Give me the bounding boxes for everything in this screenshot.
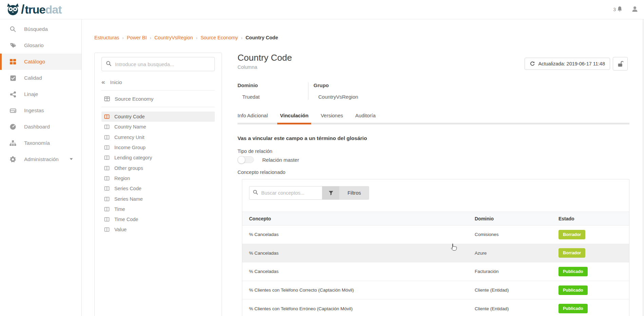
tree-item-label: Lending category (114, 155, 152, 160)
grid-icon (9, 58, 17, 65)
column-icon (104, 217, 110, 222)
column-icon (104, 155, 110, 160)
updated-button[interactable]: Actualizada: 2019-06-17 11:48 (525, 58, 610, 70)
column-icon (104, 186, 110, 191)
search-icon (9, 25, 17, 33)
tree-item-label: Time (114, 206, 125, 212)
tab-auditoria[interactable]: Auditoría (355, 113, 376, 123)
sidebar-item-calidad[interactable]: Calidad (0, 70, 81, 86)
cell-dominio: Comisiones (475, 232, 558, 237)
breadcrumb-link-estructuras[interactable]: Estructuras (94, 35, 119, 40)
breadcrumb-separator: › (196, 35, 197, 40)
concept-search-bar: Filtros (249, 186, 629, 200)
dominio-value: Truedat (238, 94, 308, 100)
top-header: /truedat 3 (0, 0, 644, 19)
cell-estado: Publicado (558, 285, 629, 295)
updated-button-label: Actualizada: 2019-06-17 11:48 (538, 61, 605, 66)
sidebar-item-linaje[interactable]: Linaje (0, 86, 81, 102)
concept-search-input[interactable] (261, 190, 319, 196)
tags-icon (9, 42, 17, 49)
concept-search-box[interactable] (249, 186, 322, 200)
tree-item-time[interactable]: Time (101, 204, 215, 214)
relation-master-toggle[interactable] (238, 156, 254, 163)
search-icon (106, 61, 112, 68)
sidebar-item-label: Administración (24, 156, 59, 162)
tree-item-value[interactable]: Value (101, 224, 215, 235)
tree-item-country-code[interactable]: Country Code (101, 112, 215, 122)
tree-item-other-groups[interactable]: Other groups (101, 163, 215, 173)
tree-item-income-group[interactable]: Income Group (101, 142, 215, 153)
cell-dominio: Cliente (Entidad) (475, 288, 558, 293)
breadcrumb: Estructuras › Power BI › CountryVsRegion… (94, 35, 278, 40)
table-row[interactable]: % Canceladas Comisiones Borrador (242, 225, 629, 244)
tree-item-currency-unit[interactable]: Currency Unit (101, 132, 215, 142)
tree-search-input[interactable] (115, 61, 210, 67)
sidebar-item-label: Dashboard (24, 124, 50, 130)
filter-funnel-button[interactable] (322, 186, 339, 200)
logo-brand-primary: true (25, 3, 45, 16)
truedat-logo[interactable]: /truedat (5, 2, 62, 17)
column-header-concepto: Concepto (249, 216, 475, 221)
filters-button[interactable]: Filtros (339, 186, 369, 200)
divider (101, 90, 215, 91)
table-row[interactable]: % Canceladas Facturación Publicado (242, 262, 629, 281)
tab-info-adicional[interactable]: Info Adicional (238, 113, 268, 123)
tree-item-region[interactable]: Region (101, 173, 215, 183)
tree-item-time-code[interactable]: Time Code (101, 214, 215, 224)
grupo-value: CountryVsRegion (314, 94, 358, 100)
user-menu-button[interactable] (631, 5, 639, 14)
tree-item-label: Time Code (114, 217, 138, 222)
logo-brand-secondary: dat (45, 3, 62, 16)
tree-back-home[interactable]: « Inicio (101, 76, 215, 88)
related-concepts-panel: Filtros Concepto Dominio Estado % Cancel… (242, 179, 629, 316)
sidebar-item-administracion[interactable]: Administración (0, 151, 81, 167)
sidebar-item-catalogo[interactable]: Catálogo (0, 54, 81, 70)
notifications-button[interactable]: 3 (613, 6, 623, 13)
grupo-label: Grupo (314, 82, 358, 88)
sidebar-item-dashboard[interactable]: Dashboard (0, 119, 81, 135)
logo-slash: / (21, 2, 24, 17)
check-square-icon (9, 74, 17, 82)
search-icon (253, 190, 258, 196)
tree-parent-label: Source Economy (115, 96, 153, 102)
breadcrumb-link-power-bi[interactable]: Power BI (127, 35, 147, 40)
double-chevron-left-icon: « (101, 78, 105, 86)
table-row[interactable]: % Canceladas Azure Borrador (242, 244, 629, 263)
tree-item-series-code[interactable]: Series Code (101, 183, 215, 194)
table-row[interactable]: % Clientes con Teléfono Correcto (Captac… (242, 281, 629, 300)
funnel-icon (328, 190, 334, 196)
status-badge: Borrador (558, 230, 585, 239)
status-badge: Publicado (558, 267, 588, 276)
table-icon (104, 96, 110, 102)
tree-parent-source-economy[interactable]: Source Economy (104, 93, 215, 105)
user-icon (631, 8, 639, 14)
tree-search-box[interactable] (101, 57, 215, 71)
cell-estado: Publicado (558, 304, 629, 313)
tree-item-lending-category[interactable]: Lending category (101, 153, 215, 163)
sidebar-item-ingestas[interactable]: Ingestas (0, 102, 81, 119)
column-icon (104, 145, 110, 150)
breadcrumb-link-source-economy[interactable]: Source Economy (201, 35, 238, 40)
cell-concepto: % Clientes con Teléfono Correcto (Captac… (249, 288, 475, 293)
tree-item-country-name[interactable]: Country Name (101, 122, 215, 132)
relation-type-label: Tipo de relación (238, 149, 272, 154)
sidebar-item-taxonomia[interactable]: Taxonomía (0, 135, 81, 151)
gear-icon (9, 156, 17, 163)
column-icon (104, 196, 110, 202)
tree-item-label: Other groups (114, 165, 143, 171)
grupo-block: Grupo CountryVsRegion (308, 82, 358, 100)
sidebar-item-glosario[interactable]: Glosario (0, 37, 81, 54)
tab-vinculacion[interactable]: Vinculación (280, 113, 308, 123)
lock-button[interactable] (613, 57, 628, 71)
tab-versiones[interactable]: Versiones (321, 113, 343, 123)
sidebar-item-busqueda[interactable]: Búsqueda (0, 21, 81, 37)
breadcrumb-link-countryvsregion[interactable]: CountryVsRegion (154, 35, 193, 40)
column-icon (104, 135, 110, 140)
scrollbar-track[interactable] (643, 19, 644, 316)
column-icon (104, 124, 110, 130)
tree-item-series-name[interactable]: Series Name (101, 194, 215, 204)
table-row[interactable]: % Clientes con Teléfono Erróneo (Captaci… (242, 299, 629, 316)
sidebar-item-label: Glosario (24, 42, 44, 48)
server-icon (9, 107, 17, 114)
sidebar-item-label: Linaje (24, 91, 38, 97)
